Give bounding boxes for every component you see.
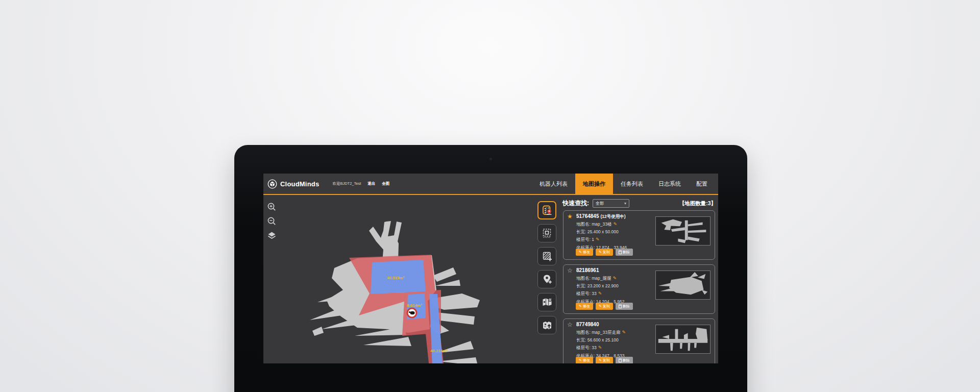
map-floor-row: 楼层号: 33✎	[576, 290, 625, 298]
map-thumbnail	[655, 216, 710, 246]
upload-map-tool[interactable]	[537, 316, 556, 334]
trash-icon	[619, 358, 622, 362]
map-id: 82186961	[576, 267, 601, 273]
map-marker-tool[interactable]	[537, 293, 556, 311]
zoom-in-button[interactable]	[267, 202, 277, 212]
folded-map-pin-icon	[542, 297, 553, 308]
edit-pencil-icon[interactable]: ✎	[613, 222, 617, 227]
dashed-frame-icon	[542, 228, 553, 239]
edit-map-button[interactable]: ✎修改	[576, 249, 593, 256]
edit-pencil-icon[interactable]: ✎	[598, 291, 602, 296]
map-card-3[interactable]: ☆ 87749840 地图名: map_33层走廊✎ 长宽: 56.600 x …	[563, 318, 715, 363]
pencil-icon: ✎	[599, 304, 602, 308]
nav-robot-list[interactable]: 机器人列表	[532, 174, 575, 194]
map-details: 地图名: map_腿腿✎ 长宽: 23.200 x 22.900 楼层号: 33…	[576, 275, 625, 306]
layers-button[interactable]	[267, 231, 277, 240]
edit-pencil-icon[interactable]: ✎	[613, 276, 617, 281]
map-floor-row: 楼层号: 33✎	[576, 344, 626, 352]
map-size-row: 长宽: 23.200 x 22.900	[576, 282, 625, 290]
copy-map-button[interactable]: ✎复制	[596, 357, 613, 363]
map-card-1[interactable]: ★ 51764845(12号使用中) 地图名: map_33楼✎ 长宽: 25.…	[563, 210, 715, 260]
main-nav: 机器人列表 地图操作 任务列表 日志系统 配置	[532, 174, 715, 194]
edit-pencil-icon[interactable]: ✎	[622, 330, 626, 335]
fullview-link[interactable]: 全图	[382, 181, 389, 186]
select-region-tool[interactable]	[537, 224, 556, 242]
page-background: CloudMinds 欢迎BJDT2_Test 退出 全图 机器人列表 地图操作…	[0, 0, 980, 392]
add-location-tool[interactable]	[537, 270, 556, 288]
map-size-row: 长宽: 25.400 x 50.000	[576, 228, 627, 236]
filter-selected-value: 全部	[596, 201, 604, 206]
area-label-2: 8.614m²	[407, 303, 422, 308]
map-render: 40.519m² 8.614m² 40.216m²	[263, 195, 561, 363]
brand: CloudMinds	[267, 179, 319, 189]
map-canvas[interactable]: 40.519m² 8.614m² 40.216m²	[263, 195, 561, 363]
task-point-list-icon	[542, 205, 553, 216]
edit-map-button[interactable]: ✎修改	[576, 357, 593, 363]
brand-name: CloudMinds	[280, 180, 319, 188]
map-details: 地图名: map_33楼✎ 长宽: 25.400 x 50.000 楼层号: 1…	[576, 220, 627, 252]
map-size-row: 长宽: 56.600 x 25.100	[576, 336, 626, 344]
add-zone-tool[interactable]	[537, 247, 556, 265]
star-outline-icon[interactable]: ☆	[567, 267, 573, 274]
map-name-row: 地图名: map_33层走廊✎	[576, 329, 626, 336]
nav-log-system[interactable]: 日志系统	[651, 174, 689, 194]
card-actions: ✎修改 ✎复制 删除	[576, 303, 633, 310]
area-label-1: 40.519m²	[387, 276, 405, 280]
quick-find-label: 快速查找:	[562, 199, 589, 208]
map-controls	[267, 202, 277, 240]
trash-icon	[619, 250, 622, 254]
nav-settings[interactable]: 配置	[689, 174, 715, 194]
cloudminds-logo-icon	[267, 179, 277, 189]
zoom-out-button[interactable]	[267, 216, 277, 226]
delete-map-button[interactable]: 删除	[616, 249, 633, 256]
app-screen: CloudMinds 欢迎BJDT2_Test 退出 全图 机器人列表 地图操作…	[263, 174, 718, 363]
map-name-row: 地图名: map_腿腿✎	[576, 275, 625, 282]
star-filled-icon[interactable]: ★	[567, 213, 573, 220]
webcam-dot	[489, 158, 492, 160]
map-id: 51764845(12号使用中)	[576, 213, 626, 220]
map-in-use-badge: (12号使用中)	[601, 214, 626, 219]
map-upload-icon	[542, 320, 553, 331]
map-thumbnail	[655, 271, 710, 300]
chevron-down-icon: ▾	[624, 201, 626, 206]
pencil-icon: ✎	[579, 250, 582, 254]
map-count-badge: 【地图数量:3】	[679, 200, 716, 207]
copy-map-button[interactable]: ✎复制	[596, 303, 613, 310]
pencil-icon: ✎	[599, 358, 602, 362]
delete-map-button[interactable]: 删除	[616, 303, 633, 310]
laptop-frame: CloudMinds 欢迎BJDT2_Test 退出 全图 机器人列表 地图操作…	[234, 145, 747, 392]
edit-pencil-icon[interactable]: ✎	[598, 345, 602, 350]
task-point-list-tool[interactable]	[537, 201, 556, 219]
map-card-2[interactable]: ☆ 82186961 地图名: map_腿腿✎ 长宽: 23.200 x 22.…	[563, 264, 715, 314]
quick-find-row: 快速查找: 全部 ▾ 【地图数量:3】	[562, 199, 716, 208]
nav-task-list[interactable]: 任务列表	[613, 174, 651, 194]
map-details: 地图名: map_33层走廊✎ 长宽: 56.600 x 25.100 楼层号:…	[576, 329, 626, 360]
map-floor-row: 楼层号: 1✎	[576, 236, 627, 243]
logout-link[interactable]: 退出	[368, 181, 375, 186]
map-id: 87749840	[576, 322, 601, 327]
header-bar: CloudMinds 欢迎BJDT2_Test 退出 全图 机器人列表 地图操作…	[263, 174, 718, 195]
pin-add-icon	[542, 274, 553, 285]
map-list-panel: 快速查找: 全部 ▾ 【地图数量:3】 ★ 51764845(12号使用中)	[561, 195, 718, 363]
edit-map-button[interactable]: ✎修改	[576, 303, 593, 310]
map-tool-column	[537, 201, 556, 334]
copy-map-button[interactable]: ✎复制	[596, 249, 613, 256]
star-outline-icon[interactable]: ☆	[567, 321, 573, 328]
card-actions: ✎修改 ✎复制 删除	[576, 357, 633, 363]
pencil-icon: ✎	[599, 250, 602, 254]
card-actions: ✎修改 ✎复制 删除	[576, 249, 633, 256]
pencil-icon: ✎	[579, 304, 582, 308]
map-name-row: 地图名: map_33楼✎	[576, 220, 627, 228]
content: 40.519m² 8.614m² 40.216m²	[263, 195, 718, 363]
area-label-3: 40.216m²	[430, 349, 448, 353]
robot-marker-icon[interactable]	[407, 308, 416, 317]
map-thumbnail	[655, 325, 710, 354]
delete-map-button[interactable]: 删除	[616, 357, 633, 363]
welcome-text: 欢迎BJDT2_Test	[332, 181, 361, 186]
trash-icon	[619, 304, 622, 308]
nav-map-operations[interactable]: 地图操作	[575, 174, 613, 194]
map-filter-select[interactable]: 全部 ▾	[593, 199, 629, 208]
hatched-area-add-icon	[542, 251, 553, 262]
edit-pencil-icon[interactable]: ✎	[596, 237, 600, 242]
pencil-icon: ✎	[579, 358, 582, 362]
